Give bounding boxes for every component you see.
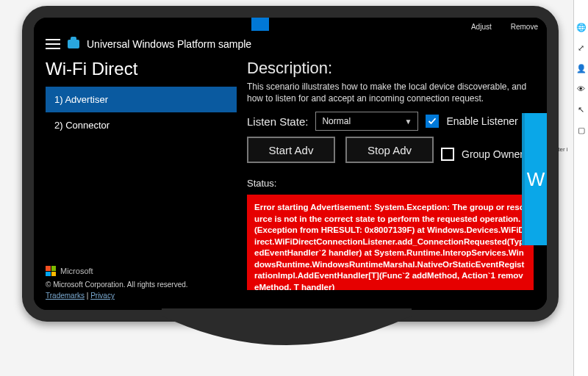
privacy-link[interactable]: Privacy: [90, 292, 115, 300]
sidebar-item-advertiser[interactable]: 1) Advertiser: [46, 87, 237, 112]
sidebar-item-label: 1) Advertiser: [54, 94, 108, 105]
microsoft-logo-icon: [46, 266, 56, 276]
side-panel-glyph: W: [527, 168, 545, 191]
start-adv-button[interactable]: Start Adv: [247, 137, 335, 163]
listen-state-select[interactable]: Normal ▼: [315, 112, 418, 131]
chevron-down-icon: ▼: [404, 118, 412, 126]
trademarks-link[interactable]: Trademarks: [46, 292, 85, 300]
footer-brand: Microsoft: [60, 267, 93, 275]
enable-listener-checkbox[interactable]: [426, 115, 439, 128]
group-owner-checkbox[interactable]: [441, 148, 454, 161]
sidebar-item-connector[interactable]: 2) Connector: [46, 112, 237, 138]
error-output: Error starting Advertisement: System.Exc…: [247, 195, 534, 290]
description-text: This scenario illustrates how to make th…: [247, 81, 534, 104]
sidebar: Wi-Fi Direct 1) Advertiser 2) Connector: [46, 59, 237, 138]
person-icon[interactable]: 👤: [576, 63, 587, 73]
adjust-button[interactable]: Adjust: [471, 23, 492, 31]
side-panel[interactable]: W: [522, 113, 547, 245]
device-frame: Adjust Remove Universal Windows Platform…: [22, 6, 559, 322]
app-icon: [68, 40, 79, 48]
app-title: Universal Windows Platform sample: [87, 38, 251, 50]
expand-icon[interactable]: ⤢: [576, 43, 587, 53]
status-label: Status:: [247, 178, 544, 189]
listen-state-label: Listen State:: [247, 115, 308, 128]
footer-copyright: © Microsoft Corporation. All rights rese…: [46, 281, 188, 289]
enable-listener-label: Enable Listener: [446, 115, 517, 127]
content-area: Description: This scenario illustrates h…: [247, 59, 544, 307]
sidebar-item-label: 2) Connector: [54, 120, 110, 131]
group-owner-label: Group Owner (: [462, 148, 530, 160]
remove-button[interactable]: Remove: [511, 23, 538, 31]
description-heading: Description:: [247, 59, 544, 78]
hamburger-icon[interactable]: [46, 39, 60, 49]
box-icon[interactable]: ▢: [576, 125, 587, 135]
eye-icon[interactable]: 👁: [576, 84, 587, 94]
top-toolbar: Adjust Remove: [34, 18, 547, 35]
globe-icon[interactable]: 🌐: [576, 22, 587, 32]
tool-strip: 🌐 ⤢ 👤 👁 ↖ ▢: [573, 0, 588, 376]
listen-state-value: Normal: [322, 116, 351, 126]
footer: Microsoft © Microsoft Corporation. All r…: [46, 266, 188, 300]
page-title: Wi-Fi Direct: [46, 59, 237, 79]
stop-adv-button[interactable]: Stop Adv: [345, 137, 434, 163]
cursor-icon[interactable]: ↖: [576, 104, 587, 115]
device-stand: [162, 308, 412, 367]
